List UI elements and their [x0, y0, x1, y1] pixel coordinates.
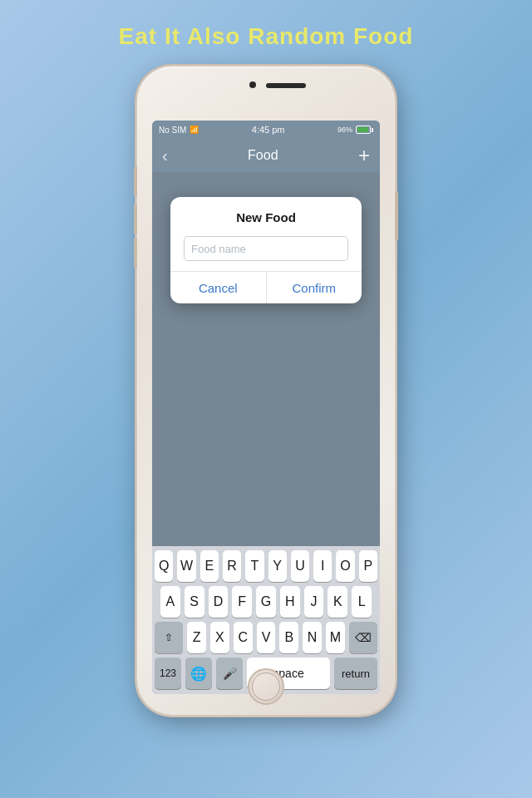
key-m[interactable]: M	[326, 622, 345, 653]
key-w[interactable]: W	[177, 550, 195, 582]
home-button-inner	[252, 672, 280, 701]
key-x[interactable]: X	[210, 622, 229, 653]
phone-camera	[249, 81, 256, 88]
phone-speaker	[266, 83, 306, 88]
key-t[interactable]: T	[245, 550, 264, 582]
key-e[interactable]: E	[200, 550, 219, 582]
numbers-key[interactable]: 123	[155, 658, 181, 689]
key-k[interactable]: K	[328, 586, 347, 618]
wifi-icon: 📶	[190, 126, 199, 134]
key-j[interactable]: J	[304, 586, 324, 618]
globe-key[interactable]: 🌐	[185, 658, 212, 689]
cancel-button[interactable]: Cancel	[170, 272, 267, 303]
key-s[interactable]: S	[185, 586, 204, 618]
status-left: No SIM 📶	[159, 126, 199, 135]
battery-body	[356, 126, 371, 134]
key-d[interactable]: D	[209, 586, 229, 618]
key-v[interactable]: V	[257, 622, 276, 653]
dialog-box: New Food Cancel Confirm	[170, 197, 362, 303]
battery-icon	[356, 126, 373, 134]
shift-key[interactable]: ⇧	[155, 622, 183, 653]
dialog-overlay: New Food Cancel Confirm	[152, 172, 380, 546]
nav-bar: ‹ Food +	[152, 139, 380, 172]
keyboard-row-3: ⇧ Z X C V B N M ⌫	[152, 618, 380, 653]
food-name-input[interactable]	[184, 236, 348, 261]
key-u[interactable]: U	[291, 550, 309, 582]
dialog-title: New Food	[170, 197, 362, 231]
return-key[interactable]: return	[334, 658, 377, 689]
key-q[interactable]: Q	[155, 550, 173, 582]
key-p[interactable]: P	[359, 550, 377, 582]
main-content: New Food Cancel Confirm	[152, 172, 380, 546]
key-r[interactable]: R	[223, 550, 241, 582]
status-bar: No SIM 📶 4:45 pm 96%	[152, 121, 380, 139]
back-button[interactable]: ‹	[162, 147, 168, 164]
battery-fill	[357, 127, 368, 132]
add-button[interactable]: +	[358, 145, 370, 165]
keyboard-row-1: Q W E R T Y U I O P	[152, 546, 380, 582]
dialog-buttons: Cancel Confirm	[170, 271, 362, 303]
delete-key[interactable]: ⌫	[349, 622, 377, 653]
status-time: 4:45 pm	[252, 125, 285, 135]
key-g[interactable]: G	[256, 586, 276, 618]
carrier-label: No SIM	[159, 126, 186, 135]
key-c[interactable]: C	[234, 622, 253, 653]
keyboard-row-2: A S D F G H J K L	[152, 582, 380, 618]
key-f[interactable]: F	[232, 586, 252, 618]
phone-screen: No SIM 📶 4:45 pm 96% ‹ Food +	[152, 121, 380, 694]
app-title: Eat It Also Random Food	[119, 23, 414, 50]
key-a[interactable]: A	[160, 586, 180, 618]
nav-title: Food	[248, 148, 278, 163]
battery-tip	[372, 128, 373, 132]
key-n[interactable]: N	[303, 622, 322, 653]
status-right: 96%	[337, 126, 373, 134]
confirm-button[interactable]: Confirm	[267, 272, 362, 303]
battery-percent: 96%	[337, 126, 352, 134]
key-h[interactable]: H	[280, 586, 300, 618]
key-b[interactable]: B	[279, 622, 298, 653]
key-y[interactable]: Y	[268, 550, 287, 582]
dialog-input-wrap	[170, 231, 362, 271]
phone-shell: No SIM 📶 4:45 pm 96% ‹ Food +	[137, 66, 395, 715]
key-o[interactable]: O	[336, 550, 354, 582]
key-z[interactable]: Z	[187, 622, 206, 653]
key-i[interactable]: I	[313, 550, 332, 582]
home-button[interactable]	[248, 668, 284, 705]
mic-key[interactable]: 🎤	[216, 658, 243, 689]
key-l[interactable]: L	[352, 586, 372, 618]
